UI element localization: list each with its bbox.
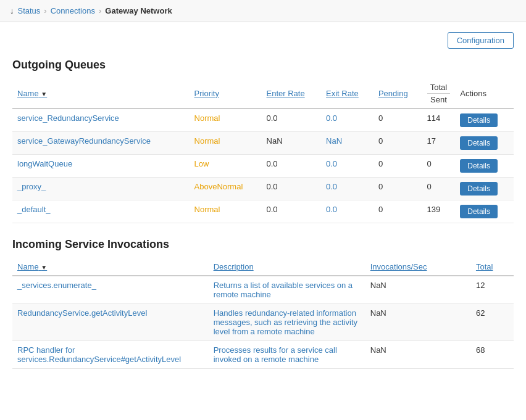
col-actions: Actions: [455, 79, 514, 109]
outgoing-queue-row: service_GatewayRedundancyService Normal …: [12, 132, 514, 155]
col-exit-rate[interactable]: Exit Rate: [321, 79, 374, 109]
col-total-sent: Total Sent: [422, 79, 456, 109]
oq-actions: Details: [455, 132, 514, 155]
col-enter-rate[interactable]: Enter Rate: [262, 79, 322, 109]
oq-pending: 0: [374, 200, 422, 223]
ii-name: RPC handler for services.RedundancyServi…: [12, 341, 209, 369]
ii-invocations-sec: NaN: [365, 304, 471, 341]
col-name[interactable]: Name ▼: [12, 79, 190, 109]
outgoing-queue-row: _proxy_ AboveNormal 0.0 0.0 0 0 Details: [12, 178, 514, 200]
oq-exit-rate: NaN: [321, 132, 374, 155]
ii-invocations-sec: NaN: [365, 276, 471, 304]
outgoing-queue-row: longWaitQueue Low 0.0 0.0 0 0 Details: [12, 155, 514, 178]
oq-actions: Details: [455, 155, 514, 178]
oq-priority: Normal: [190, 200, 262, 223]
configuration-button[interactable]: Configuration: [448, 32, 514, 49]
details-button[interactable]: Details: [460, 159, 498, 173]
ii-description: Processes results for a service call inv…: [209, 341, 365, 369]
details-button[interactable]: Details: [460, 205, 498, 218]
oq-total-sent: 114: [422, 109, 456, 132]
oq-priority: Low: [190, 155, 262, 178]
col-inv-invocations-sec[interactable]: Invocations/Sec: [365, 258, 471, 276]
main-content: Configuration Outgoing Queues Name ▼ Pri…: [0, 22, 526, 393]
oq-actions: Details: [455, 109, 514, 132]
oq-actions: Details: [455, 200, 514, 223]
sort-arrow-inv-name: ▼: [41, 264, 47, 271]
oq-pending: 0: [374, 155, 422, 178]
incoming-invocation-row: _services.enumerate_ Returns a list of a…: [12, 276, 514, 304]
oq-enter-rate: 0.0: [262, 109, 322, 132]
ii-total: 12: [471, 276, 514, 304]
oq-name: _default_: [12, 200, 190, 223]
breadcrumb-status[interactable]: Status: [18, 6, 41, 15]
outgoing-queue-row: _default_ Normal 0.0 0.0 0 139 Details: [12, 200, 514, 223]
oq-priority: Normal: [190, 132, 262, 155]
oq-priority: AboveNormal: [190, 178, 262, 200]
oq-enter-rate: 0.0: [262, 178, 322, 200]
oq-priority: Normal: [190, 109, 262, 132]
oq-exit-rate: 0.0: [321, 155, 374, 178]
oq-exit-rate: 0.0: [321, 109, 374, 132]
outgoing-queue-row: service_RedundancyService Normal 0.0 0.0…: [12, 109, 514, 132]
config-btn-row: Configuration: [12, 32, 514, 49]
details-button[interactable]: Details: [460, 136, 498, 150]
oq-total-sent: 139: [422, 200, 456, 223]
incoming-invocations-title: Incoming Service Invocations: [12, 238, 514, 251]
details-button[interactable]: Details: [460, 182, 498, 196]
breadcrumb-icon: ↓: [10, 6, 14, 15]
oq-enter-rate: 0.0: [262, 155, 322, 178]
ii-description: Returns a list of available services on …: [209, 276, 365, 304]
oq-total-sent: 0: [422, 178, 456, 200]
oq-name: longWaitQueue: [12, 155, 190, 178]
oq-exit-rate: 0.0: [321, 178, 374, 200]
oq-pending: 0: [374, 132, 422, 155]
ii-description: Handles redundancy-related information m…: [209, 304, 365, 341]
incoming-invocation-row: RedundancyService.getActivityLevel Handl…: [12, 304, 514, 341]
breadcrumb-gateway-network: Gateway Network: [105, 6, 172, 15]
oq-enter-rate: NaN: [262, 132, 322, 155]
col-pending[interactable]: Pending: [374, 79, 422, 109]
oq-exit-rate: 0.0: [321, 200, 374, 223]
oq-total-sent: 17: [422, 132, 456, 155]
oq-enter-rate: 0.0: [262, 200, 322, 223]
oq-name: service_GatewayRedundancyService: [12, 132, 190, 155]
col-inv-description[interactable]: Description: [209, 258, 365, 276]
breadcrumb-connections[interactable]: Connections: [51, 6, 95, 15]
oq-pending: 0: [374, 109, 422, 132]
ii-name: RedundancyService.getActivityLevel: [12, 304, 209, 341]
oq-total-sent: 0: [422, 155, 456, 178]
col-inv-name[interactable]: Name ▼: [12, 258, 209, 276]
oq-pending: 0: [374, 178, 422, 200]
breadcrumb-sep-2: ›: [99, 6, 101, 15]
oq-actions: Details: [455, 178, 514, 200]
col-inv-total[interactable]: Total: [471, 258, 514, 276]
col-priority[interactable]: Priority: [190, 79, 262, 109]
breadcrumb: ↓ Status › Connections › Gateway Network: [0, 0, 526, 22]
ii-name: _services.enumerate_: [12, 276, 209, 304]
oq-name: _proxy_: [12, 178, 190, 200]
ii-total: 62: [471, 304, 514, 341]
outgoing-queues-table: Name ▼ Priority Enter Rate Exit Rate Pen…: [12, 79, 514, 223]
details-button[interactable]: Details: [460, 113, 498, 127]
oq-name: service_RedundancyService: [12, 109, 190, 132]
incoming-invocations-table: Name ▼ Description Invocations/Sec Total…: [12, 258, 514, 369]
incoming-invocation-row: RPC handler for services.RedundancyServi…: [12, 341, 514, 369]
breadcrumb-sep-1: ›: [44, 6, 46, 15]
sort-arrow-name: ▼: [41, 91, 47, 97]
ii-total: 68: [471, 341, 514, 369]
ii-invocations-sec: NaN: [365, 341, 471, 369]
outgoing-queues-title: Outgoing Queues: [12, 59, 514, 72]
